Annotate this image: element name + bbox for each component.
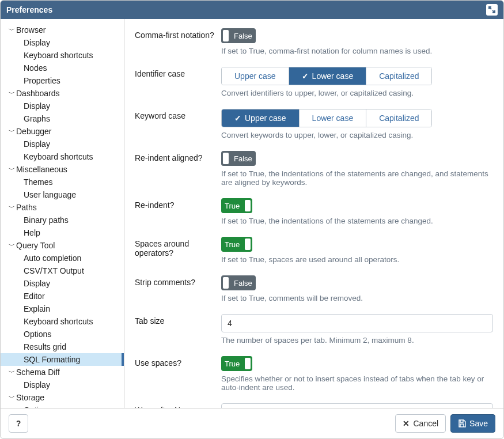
tree-item[interactable]: Display: [1, 36, 124, 49]
tree-group-header[interactable]: ﹀Query Tool: [1, 239, 124, 252]
tree-item[interactable]: Explain: [1, 302, 124, 315]
tree-item[interactable]: Display: [1, 100, 124, 112]
tree-item[interactable]: Keyboard shortcuts: [1, 49, 124, 62]
tree-group-label: Debugger: [16, 127, 52, 136]
identifier_case-option[interactable]: Upper case: [222, 67, 289, 85]
identifier_case-option[interactable]: Capitalized: [366, 67, 431, 85]
tree-group-header[interactable]: ﹀Miscellaneous: [1, 163, 124, 176]
check-icon: ✓: [234, 113, 241, 123]
tree-item[interactable]: User language: [1, 188, 124, 201]
cancel-button[interactable]: ✕ Cancel: [395, 414, 446, 433]
tree-item[interactable]: Editor: [1, 290, 124, 302]
setting-row-wrap_after: Wrap after N charactersThe column limit …: [135, 403, 493, 408]
option-label: Lower case: [312, 71, 354, 81]
save-label: Save: [469, 419, 488, 428]
toggle-value: True: [221, 240, 243, 249]
setting-label: Tab size: [135, 314, 221, 345]
spaces_around_ops-toggle[interactable]: True: [221, 237, 252, 252]
tree-item[interactable]: SQL Formatting: [1, 353, 124, 366]
tree-group-header[interactable]: ﹀Storage: [1, 391, 124, 404]
tree-item[interactable]: Graphs: [1, 112, 124, 125]
save-button[interactable]: Save: [450, 414, 495, 433]
tree-item[interactable]: CSV/TXT Output: [1, 264, 124, 277]
toggle-value: True: [221, 202, 243, 210]
help-button[interactable]: ?: [9, 414, 28, 433]
setting-control: The column limit (in characters) for wra…: [221, 403, 493, 408]
chevron-down-icon: ﹀: [9, 26, 14, 35]
sidebar: ﹀BrowserDisplayKeyboard shortcutsNodesPr…: [1, 19, 124, 408]
save-icon: [458, 419, 466, 427]
toggle-nub: [245, 239, 251, 250]
setting-help: Convert identifiers to upper, lower, or …: [221, 89, 493, 97]
tree-item[interactable]: Auto completion: [1, 252, 124, 264]
identifier_case-segmented: Upper case✓Lower caseCapitalized: [221, 67, 432, 85]
setting-row-identifier_case: Identifier caseUpper case✓Lower caseCapi…: [135, 67, 493, 97]
setting-row-tab_size: Tab sizeThe number of spaces per tab. Mi…: [135, 314, 493, 345]
tree-item[interactable]: Themes: [1, 176, 124, 188]
chevron-down-icon: ﹀: [9, 203, 14, 212]
setting-label: Keyword case: [135, 109, 221, 139]
tree-group-label: Storage: [16, 393, 44, 402]
identifier_case-option[interactable]: ✓Lower case: [289, 67, 366, 85]
tree-item[interactable]: Keyboard shortcuts: [1, 150, 124, 163]
tab_size-input[interactable]: [221, 314, 493, 332]
keyword_case-segmented: ✓Upper caseLower caseCapitalized: [221, 109, 432, 127]
setting-control: TrueIf set to True, the indentations of …: [221, 198, 493, 225]
keyword_case-option[interactable]: ✓Upper case: [222, 109, 299, 127]
setting-help: If set to True, the indentations of the …: [221, 169, 493, 187]
strip_comments-toggle[interactable]: False: [221, 275, 256, 290]
use_spaces-toggle[interactable]: True: [221, 356, 252, 371]
option-label: Upper case: [234, 71, 276, 81]
setting-control: FalseIf set to True, comma-first notatio…: [221, 28, 493, 55]
title-text: Preferences: [6, 5, 52, 14]
tree-group-header[interactable]: ﹀Dashboards: [1, 87, 124, 100]
chevron-down-icon: ﹀: [9, 127, 14, 136]
tree-item[interactable]: Results grid: [1, 340, 124, 353]
setting-row-reindent_aligned: Re-indent aligned?FalseIf set to True, t…: [135, 151, 493, 187]
tree-item[interactable]: Nodes: [1, 62, 124, 74]
tree-group-header[interactable]: ﹀Debugger: [1, 125, 124, 138]
tree-group-header[interactable]: ﹀Schema Diff: [1, 366, 124, 379]
comma_first-toggle[interactable]: False: [221, 28, 256, 43]
setting-control: FalseIf set to True, comments will be re…: [221, 275, 493, 302]
setting-control: TrueIf set to True, spaces are used arou…: [221, 237, 493, 264]
setting-help: If set to True, the indentations of the …: [221, 217, 493, 225]
toggle-nub: [223, 277, 229, 289]
setting-control: ✓Upper caseLower caseCapitalizedConvert …: [221, 109, 493, 139]
wrap_after-input[interactable]: [221, 403, 493, 408]
tree-item[interactable]: Options: [1, 404, 124, 408]
tree-item[interactable]: Binary paths: [1, 214, 124, 226]
tree-group-label: Dashboards: [16, 89, 60, 98]
maximize-icon: [488, 6, 495, 13]
tree-item[interactable]: Help: [1, 226, 124, 239]
chevron-down-icon: ﹀: [9, 368, 14, 377]
tree-item[interactable]: Display: [1, 138, 124, 150]
setting-help: If set to True, spaces are used around a…: [221, 255, 493, 264]
option-label: Lower case: [312, 113, 354, 123]
maximize-button[interactable]: [486, 4, 498, 16]
toggle-value: False: [230, 154, 256, 163]
setting-label: Wrap after N characters: [135, 403, 221, 408]
toggle-value: False: [230, 279, 256, 287]
setting-row-comma_first: Comma-first notation?FalseIf set to True…: [135, 28, 493, 55]
keyword_case-option[interactable]: Lower case: [299, 109, 366, 127]
tree-item[interactable]: Keyboard shortcuts: [1, 315, 124, 328]
tree-item[interactable]: Display: [1, 277, 124, 290]
setting-control: Upper case✓Lower caseCapitalizedConvert …: [221, 67, 493, 97]
setting-row-spaces_around_ops: Spaces around operators?TrueIf set to Tr…: [135, 237, 493, 264]
reindent-toggle[interactable]: True: [221, 198, 252, 213]
tree-group-header[interactable]: ﹀Browser: [1, 24, 124, 36]
tree-item[interactable]: Options: [1, 328, 124, 340]
tree-item[interactable]: Display: [1, 379, 124, 391]
reindent_aligned-toggle[interactable]: False: [221, 151, 256, 166]
tree-group-header[interactable]: ﹀Paths: [1, 201, 124, 214]
setting-label: Re-indent?: [135, 198, 221, 225]
setting-control: The number of spaces per tab. Minimum 2,…: [221, 314, 493, 345]
setting-label: Re-indent aligned?: [135, 151, 221, 187]
keyword_case-option[interactable]: Capitalized: [366, 109, 431, 127]
tree-group-label: Schema Diff: [16, 368, 60, 377]
toggle-value: False: [230, 32, 256, 40]
tree-item[interactable]: Properties: [1, 74, 124, 87]
cancel-label: Cancel: [413, 419, 438, 428]
chevron-down-icon: ﹀: [9, 241, 14, 250]
